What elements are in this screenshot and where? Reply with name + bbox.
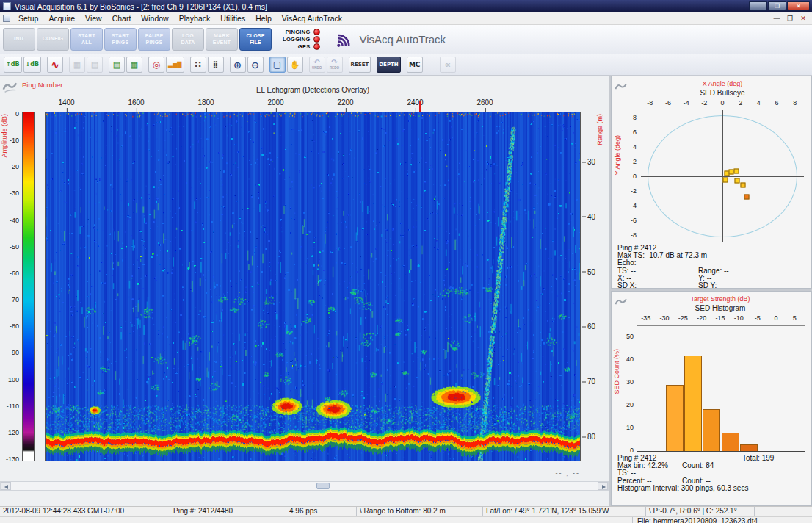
range-axis-ticks: 304050607080 [582, 112, 609, 461]
sed-sparse-dots-icon-glyph: ∷ [195, 60, 200, 69]
zoom-in-icon-glyph: ⊕ [233, 60, 242, 70]
titlebar: Visual Acquisition 6.1 by BioSonics - [2… [0, 0, 812, 12]
menu-setup[interactable]: Setup [13, 13, 43, 24]
scroll-left-arrow[interactable] [1, 482, 11, 490]
status-spare [755, 507, 812, 516]
tick-label: 0 [633, 173, 637, 180]
menu-chart[interactable]: Chart [107, 13, 137, 24]
tick-label: 70 [587, 378, 595, 386]
tick-label: 6 [633, 129, 637, 136]
redo-icon: ↷REDO [327, 57, 343, 73]
close-window-button[interactable]: ✕ [787, 1, 810, 11]
sed-bullseye-panel: X Angle (deg) SED Bullseye -8-6-4-202468… [611, 76, 812, 289]
echogram-plot[interactable] [45, 112, 581, 461]
minimize-button[interactable]: – [749, 1, 767, 11]
pan-hand-icon[interactable]: ✋ [287, 57, 303, 73]
bullseye-display-icon[interactable]: ◎ [148, 57, 164, 73]
menu-playback[interactable]: Playback [174, 13, 216, 24]
logging-led-icon [313, 36, 320, 43]
mdi-minimize-button[interactable]: — [771, 14, 783, 24]
maximize-button[interactable]: ❐ [768, 1, 786, 11]
status-ping: Ping #: 2412/4480 [170, 507, 286, 516]
ping-axis-ticks: 1400160018002000220024002600 [0, 98, 609, 112]
bullseye-info: Ping # 2412 Max TS: -10.7 dB at 72.3 m E… [617, 245, 779, 289]
bullseye-title: SED Bullseye [700, 89, 744, 97]
menu-items: SetupAcquireViewChartWindowPlaybackUtili… [13, 13, 347, 24]
right-column: X Angle (deg) SED Bullseye -8-6-4-202468… [611, 76, 812, 506]
current-ping-marker [419, 101, 421, 112]
threshold-up-icon[interactable]: ↑dB [4, 57, 22, 73]
chart-toolbar: ↑dB↓dB∿▦▤▤▦◎▂▅▇∷⣿⊕⊖▢✋↶UNDO↷REDORESETDEPT… [0, 54, 812, 76]
tick-label: 4 [633, 143, 637, 151]
tick-label: 0 [15, 110, 19, 118]
app-window: Visual Acquisition 6.1 by BioSonics - [2… [0, 0, 812, 523]
scroll-right-arrow[interactable] [598, 482, 608, 490]
tick-label: 1600 [128, 98, 144, 107]
undo-icon: ↶UNDO [309, 57, 325, 73]
data-table-icon[interactable]: ▤ [109, 57, 125, 73]
menu-help[interactable]: Help [250, 13, 277, 24]
gps-led-icon [313, 43, 320, 50]
box-select-icon[interactable]: ▢ [269, 57, 286, 73]
sed-count-axis-label: SED Count (%) [613, 349, 620, 394]
threshold-down-icon[interactable]: ↓dB [23, 57, 42, 73]
tick-label: 0 [774, 314, 777, 322]
tick-label: 5 [793, 314, 797, 322]
tick-label: 30 [587, 158, 595, 166]
threshold-up-icon-glyph: ↑dB [6, 62, 20, 68]
data-grid-icon[interactable]: ▦ [126, 57, 142, 73]
reset-button[interactable]: RESET [349, 57, 371, 73]
sed-sparse-dots-icon[interactable]: ∷ [190, 57, 206, 73]
histogram-bar [703, 409, 720, 451]
tick-label: 2000 [267, 98, 283, 107]
pan-hand-icon-glyph: ✋ [290, 61, 300, 69]
menu-window[interactable]: Window [136, 13, 173, 24]
range-axis-label: Range (m) [596, 114, 603, 145]
status-range-to-bottom: \ Range to Bottom: 80.2 m [357, 507, 483, 516]
tick-label: -130 [6, 455, 19, 463]
mc-button[interactable]: MC [407, 57, 423, 73]
histogram-plot[interactable] [637, 325, 805, 452]
histogram-bar [740, 444, 758, 451]
menu-visacq-autotrack[interactable]: VisAcq AutoTrack [277, 13, 347, 24]
tvg-curve-icon[interactable]: ∿ [47, 57, 63, 73]
depth-button[interactable]: DEPTH [377, 57, 400, 73]
x-angle-axis-label: X Angle (deg) [703, 80, 743, 87]
tick-label: 10 [626, 424, 634, 431]
sed-target-marker [722, 178, 728, 183]
tick-label: -80 [10, 322, 19, 330]
scrollbar-thumb[interactable] [316, 483, 330, 489]
box-select-icon-glyph: ▢ [273, 60, 281, 69]
tick-label: 30 [626, 378, 634, 386]
window-controls: – ❐ ✕ [749, 1, 812, 11]
redo-icon-label: REDO [330, 67, 339, 71]
tick-label: 2 [739, 99, 742, 107]
mdi-close-button[interactable]: ✕ [797, 14, 809, 24]
threshold-down-icon-glyph: ↓dB [26, 62, 40, 68]
tick-label: 0 [630, 447, 634, 454]
sed-dense-dots-icon[interactable]: ⣿ [208, 57, 224, 73]
amplitude-colorbar [22, 112, 35, 461]
histogram-display-icon[interactable]: ▂▅▇ [166, 57, 184, 73]
tick-label: -10 [10, 137, 19, 144]
file-name: File: hemmera20120809_123623.dt4 [632, 517, 812, 523]
bullseye-max-ts: Max TS: -10.7 dB at 72.3 m [617, 252, 779, 259]
close-file-button[interactable]: CLOSE FILE [239, 28, 272, 51]
biosonics-logo-icon [1, 78, 19, 95]
mdi-restore-button[interactable]: ❐ [784, 14, 796, 24]
tick-label: -90 [10, 349, 19, 356]
menu-acquire[interactable]: Acquire [43, 13, 80, 24]
zoom-out-icon[interactable]: ⊖ [247, 57, 264, 73]
echogram-scrollbar[interactable] [0, 481, 609, 491]
echogram-canvas[interactable] [46, 112, 580, 461]
zoom-in-icon[interactable]: ⊕ [230, 57, 246, 73]
tick-label: -50 [10, 243, 19, 250]
bullseye-plot[interactable] [641, 110, 804, 242]
menu-view[interactable]: View [80, 13, 107, 24]
menu-utilities[interactable]: Utilities [215, 13, 250, 24]
filebar-spacer [0, 517, 632, 523]
reset-button-glyph: RESET [351, 62, 369, 68]
tick-label: 20 [626, 401, 634, 408]
tick-label: 2400 [407, 98, 423, 107]
log-data-button: LOG DATA [172, 28, 204, 51]
